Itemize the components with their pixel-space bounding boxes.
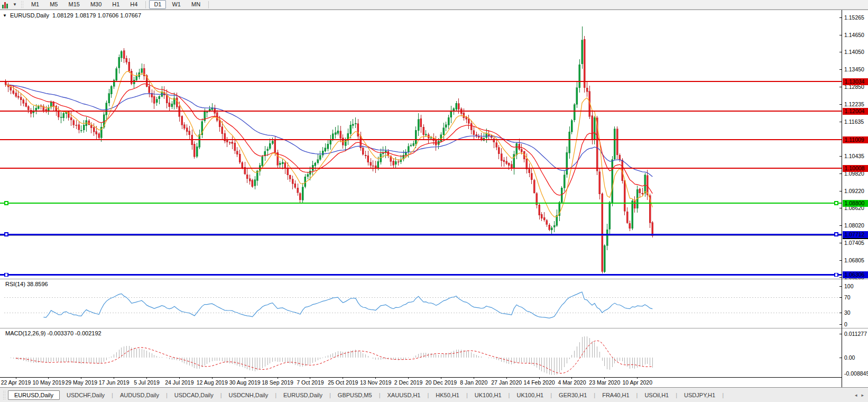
candle-body [181, 116, 183, 125]
price-tick-label: 1.06805 [844, 257, 864, 263]
chart-tab-fra40-h1[interactable]: FRA40,H1 [597, 390, 634, 400]
window-menu-icon[interactable]: ▼ [3, 13, 7, 18]
price-tick-label: 1.08020 [844, 222, 864, 229]
candle-body [488, 134, 490, 136]
candle-body [199, 135, 200, 148]
candle-body [350, 125, 352, 133]
candle-body [425, 134, 427, 135]
candle-body [352, 124, 354, 126]
price-chart-canvas[interactable]: 1.152651.146501.140501.134501.128501.122… [0, 10, 868, 388]
timeframe-button-h1[interactable]: H1 [107, 0, 124, 9]
level-price-label: 1.12004 [845, 108, 865, 114]
candle-body [619, 155, 621, 160]
candle-body [508, 163, 510, 165]
chart-tab-eurusd-daily[interactable]: EURUSD,Daily [8, 390, 60, 400]
level-handle-icon[interactable] [835, 233, 838, 236]
candle-body [284, 163, 286, 169]
candle-body [63, 113, 64, 117]
timeframe-button-m30[interactable]: M30 [86, 0, 106, 9]
timeframe-button-m1[interactable]: M1 [26, 0, 44, 9]
toolbar-grip[interactable] [21, 1, 24, 8]
macd-zero-label: 0.00 [844, 354, 855, 361]
price-tick-label: 1.13450 [844, 66, 864, 72]
chart-tab-usdcad-daily[interactable]: USDCAD,Daily [170, 390, 218, 400]
time-tick-label: 20 Dec 2019 [426, 379, 457, 386]
chart-tab-hk50-h1[interactable]: HK50,H1 [431, 390, 464, 400]
candle-body [456, 103, 457, 109]
candle-body [616, 129, 618, 155]
candle-body [110, 86, 112, 94]
candle-body [372, 166, 374, 166]
level-handle-icon[interactable] [5, 273, 8, 277]
chart-tab-usoil-h1[interactable]: USOil,H1 [640, 390, 673, 400]
level-handle-icon[interactable] [5, 233, 8, 236]
candle-body [193, 144, 195, 157]
candle-body [234, 143, 236, 150]
chart-tab-audusd-daily[interactable]: AUDUSD,Daily [115, 390, 164, 400]
candle-body [445, 125, 447, 127]
candle-body [239, 154, 241, 162]
chart-tab-gbpusd-m5[interactable]: GBPUSD,M5 [333, 390, 377, 400]
candle-body [106, 103, 107, 115]
chart-tab-xauusd-h1[interactable]: XAUUSD,H1 [383, 390, 426, 400]
timeframe-button-h4[interactable]: H4 [125, 0, 142, 9]
candle-body [602, 194, 603, 271]
candle-body [551, 228, 552, 230]
timeframe-button-m15[interactable]: M15 [63, 0, 84, 9]
candle-body [294, 184, 296, 187]
candle-body [569, 132, 570, 153]
level-handle-icon[interactable] [835, 273, 838, 277]
candle-body [553, 225, 555, 227]
timeframe-button-mn[interactable]: MN [187, 0, 205, 9]
tab-scroll-left-icon[interactable]: ◂ [855, 392, 857, 398]
level-price-label: 1.10008 [845, 165, 865, 171]
tabbar-grip[interactable] [3, 391, 6, 399]
chart-tab-ger30-h1[interactable]: GER30,H1 [554, 390, 592, 400]
time-tick-label: 7 Oct 2019 [297, 379, 324, 386]
tab-separator: | [594, 392, 595, 398]
candle-body [375, 166, 376, 168]
moving-average-slow [6, 85, 652, 177]
candle-body [83, 125, 85, 130]
chart-tab-uk100-h1[interactable]: UK100,H1 [512, 390, 548, 400]
candle-body [307, 175, 309, 177]
candle-body [526, 159, 528, 169]
tab-separator: | [509, 392, 510, 398]
tab-separator: | [676, 392, 677, 398]
macd-min-label: -0.008845 [844, 370, 868, 377]
candle-body [156, 99, 158, 103]
chart-tab-usdjpy-h1[interactable]: USDJPY,H1 [679, 390, 720, 400]
candle-body [27, 106, 29, 110]
time-tick-label: 10 Apr 2020 [622, 379, 652, 386]
candle-body [448, 117, 449, 125]
candle-body [267, 149, 269, 151]
candle-body [108, 94, 110, 103]
level-price-label: 1.11009 [845, 136, 864, 143]
candle-body [549, 225, 550, 230]
candle-body [435, 140, 437, 145]
timeframe-button-m5[interactable]: M5 [45, 0, 62, 9]
timeframe-button-d1[interactable]: D1 [149, 0, 166, 9]
time-tick-label: 27 Jan 2020 [491, 379, 522, 386]
tab-scroll-arrows: ◂ ▸ [855, 392, 866, 398]
candle-body [395, 161, 396, 165]
candle-body [516, 143, 518, 155]
chevron-down-icon[interactable]: ▼ [13, 2, 17, 7]
chart-tab-usdcnh-daily[interactable]: USDCNH,Daily [224, 390, 273, 400]
chart-periods-icon[interactable] [1, 1, 13, 8]
tab-separator: | [275, 392, 276, 398]
level-handle-icon[interactable] [835, 202, 838, 205]
chart-tab-usdchf-daily[interactable]: USDCHF,Daily [62, 390, 109, 400]
candle-body [423, 127, 424, 135]
level-handle-icon[interactable] [5, 202, 8, 205]
chart-tab-eurusd-daily[interactable]: EURUSD,Daily [279, 390, 327, 400]
tab-scroll-right-icon[interactable]: ▸ [861, 392, 864, 398]
timeframe-button-w1[interactable]: W1 [167, 0, 186, 9]
chart-tab-uk100-h1[interactable]: UK100,H1 [470, 390, 506, 400]
candle-body [634, 201, 635, 208]
candle-body [581, 40, 583, 64]
candle-body [335, 133, 336, 134]
candle-body [458, 104, 459, 109]
macd-max-label: 0.011277 [844, 331, 867, 337]
tab-separator: | [550, 392, 552, 398]
